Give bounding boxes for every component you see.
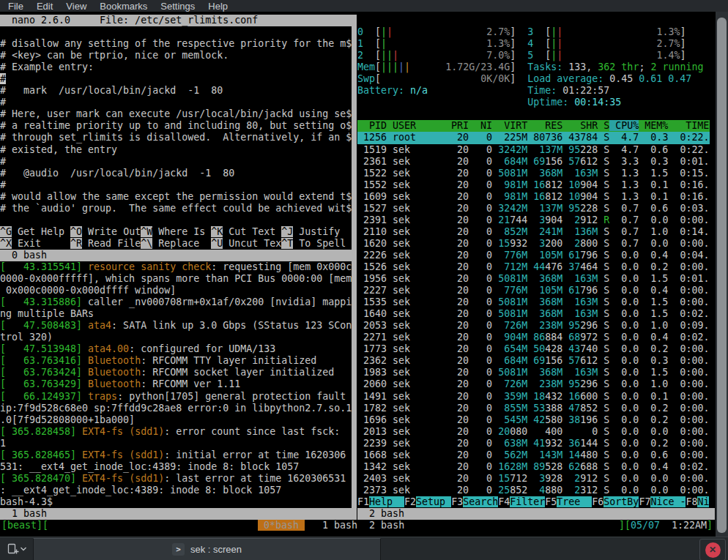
dmesg-line: [ 63.763429] Bluetooth: RFCOMM ver 1.11 — [0, 378, 352, 390]
fkey-label-filter[interactable]: Filter — [510, 496, 545, 507]
fkey-label-tree[interactable]: Tree — [557, 496, 592, 507]
screen-region-left: nano 2.6.0 File: /etc/set_rlimits.conf# … — [0, 15, 352, 520]
fkey-F7[interactable]: F7 — [639, 496, 650, 507]
process-row-1519[interactable]: 1519 sek 20 0 3242M 137M 95228 S 4.7 0.6… — [357, 144, 710, 156]
process-row-1696[interactable]: 1696 sek 20 0 545M 42580 38196 S 0.0 0.2… — [357, 414, 710, 426]
nano-shortcut-cut-text: ^K — [211, 226, 223, 237]
fkey-label-setup[interactable]: Setup — [416, 496, 451, 507]
process-row-1552[interactable]: 1552 sek 20 0 981M 16812 10904 S 1.3 0.1… — [357, 179, 710, 191]
htop-cpu-meter-row: 2 [||| 7.0%] 5 [|| 1.4%] — [357, 50, 715, 61]
nano-buffer-line: # — [0, 179, 352, 191]
fkey-label-ni[interactable]: Ni — [697, 496, 709, 507]
dmesg-line: [ 365.828470] EXT4-fs (sdd1): last error… — [0, 473, 352, 485]
hardstatus-active-window: 0*bash — [258, 520, 305, 531]
htop-uptime-row: Uptime: 00:14:35 — [357, 97, 715, 108]
nano-shortcut-get-help: ^G — [0, 226, 12, 237]
fkey-F4[interactable]: F4 — [498, 496, 510, 507]
dmesg-line: : __ext4_get_inode_loc:4389: inode 8: bl… — [0, 485, 352, 496]
htop-sort-column-cpu[interactable]: CPU% — [609, 120, 639, 131]
menu-bar: FileEditViewBookmarksSettingsHelp — [0, 0, 728, 12]
htop-swp-load-row: Swp[ 0K/0K] Load average: 0.45 0.61 0.47 — [357, 73, 715, 85]
fkey-F8[interactable]: F8 — [686, 496, 697, 507]
fkey-F3[interactable]: F3 — [451, 496, 463, 507]
scrollbar[interactable] — [716, 12, 728, 537]
new-tab-button[interactable] — [1, 538, 32, 560]
process-row-2403[interactable]: 2403 sek 20 0 15712 3928 2912 S 0.0 0.0 … — [357, 473, 710, 485]
dmesg-line: [ 365.828458] EXT4-fs (sdd1): error coun… — [0, 426, 352, 438]
dmesg-line: [ 43.315886] caller _nv000708rm+0x1af/0x… — [0, 296, 352, 308]
terminal-prompt-icon: > — [172, 543, 185, 556]
process-row-1526[interactable]: 1526 sek 20 0 712M 44476 37464 S 0.0 0.2… — [357, 261, 710, 273]
fkey-F6[interactable]: F6 — [592, 496, 603, 507]
chevron-down-icon — [20, 546, 27, 552]
process-row-2053[interactable]: 2053 sek 20 0 726M 238M 95296 S 0.0 1.0 … — [357, 320, 710, 332]
nano-buffer-line: # — [0, 73, 352, 85]
nano-shortcut-read-file: ^R — [70, 238, 82, 249]
htop-blank-line — [357, 15, 715, 26]
screen-region-htop: 0 [|| 2.7%] 3 [|| 1.3%]1 [| 1.3%] 4 [|| … — [357, 15, 715, 520]
nano-buffer-line: # would allow the same except the permis… — [0, 191, 352, 203]
screen-split-divider — [352, 15, 357, 520]
process-row-2373[interactable]: 2373 sek 20 0 25852 4880 2312 S 0.0 0.0 … — [357, 485, 710, 496]
process-row-1535[interactable]: 1535 sek 20 0 5081M 368M 163M S 0.0 1.5 … — [357, 296, 710, 308]
terminal-area: nano 2.6.0 File: /etc/set_rlimits.conf# … — [0, 12, 716, 537]
fkey-F1[interactable]: F1 — [357, 496, 369, 507]
process-row-2226[interactable]: 2226 sek 20 0 776M 105M 61796 S 0.0 0.4 … — [357, 250, 710, 261]
scrollbar-thumb[interactable] — [717, 18, 727, 533]
hardstatus-clock: ][05/07 1:22AM] — [619, 520, 713, 531]
process-row-2013[interactable]: 2013 sek 20 0 20080 400 0 S 0.0 0.0 0:00… — [357, 426, 710, 438]
process-row-1983[interactable]: 1983 sek 20 0 5081M 368M 163M S 0.0 1.5 … — [357, 367, 710, 378]
process-row-2362[interactable]: 2362 sek 20 0 684M 69156 57612 S 0.0 0.3… — [357, 355, 710, 367]
new-tab-icon — [7, 543, 20, 556]
process-row-1522[interactable]: 1522 sek 20 0 5081M 368M 163M S 1.3 1.5 … — [357, 168, 710, 179]
nano-shortcut-row: ^X Exit ^R Read File^\ Replace ^U Uncut … — [0, 238, 352, 250]
process-row-2239[interactable]: 2239 sek 20 0 638M 41932 36144 S 0.0 0.2… — [357, 438, 710, 449]
htop-battery-time-row: Battery: n/a Time: 01:22:57 — [357, 85, 715, 97]
menu-item-file[interactable]: File — [1, 1, 30, 12]
process-row-1773[interactable]: 1773 sek 20 0 654M 50428 43740 S 0.0 0.2… — [357, 343, 710, 355]
process-row-1620[interactable]: 1620 sek 20 0 15932 3200 2800 S 0.7 0.0 … — [357, 238, 710, 250]
fkey-label-nice -[interactable]: Nice - — [650, 496, 686, 507]
menu-item-help[interactable]: Help — [201, 1, 234, 12]
process-row-1609[interactable]: 1609 sek 20 0 981M 16812 10904 S 1.3 0.1… — [357, 191, 710, 203]
dmesg-line: [ 47.508483] ata4: SATA link up 3.0 Gbps… — [0, 320, 352, 332]
process-row-2271[interactable]: 2271 sek 20 0 904M 86884 68972 S 0.0 0.4… — [357, 332, 710, 343]
tab-title: sek : screen — [190, 544, 242, 555]
process-row-1668[interactable]: 1668 sek 20 0 562M 143M 14480 S 0.0 0.6 … — [357, 449, 710, 461]
process-row-1256[interactable]: 1256 root 20 0 225M 80736 43784 S 4.7 0.… — [357, 132, 710, 143]
close-button[interactable]: ✕ — [699, 539, 726, 560]
htop-cpu-meter-row: 1 [| 1.3%] 4 [|| 2.7%] — [357, 38, 715, 50]
screen-hardstatus-bar: [beast][ 0*bash 1 bash 2 bash][05/07 1:2… — [0, 520, 716, 531]
process-row-2391[interactable]: 2391 sek 20 0 21744 3904 2912 R 0.7 0.0 … — [357, 214, 710, 226]
process-row-1640[interactable]: 1640 sek 20 0 5081M 368M 163M S 0.0 1.5 … — [357, 308, 710, 320]
nano-buffer-line: # mark /usr/local/bin/jackd -1 80 — [0, 85, 352, 97]
process-row-2110[interactable]: 2110 sek 20 0 852M 241M 136M S 0.7 1.0 0… — [357, 226, 710, 238]
fkey-F5[interactable]: F5 — [545, 496, 557, 507]
process-row-2227[interactable]: 2227 sek 20 0 776M 105M 61796 S 0.0 0.4 … — [357, 285, 710, 296]
tab-sek-screen[interactable]: > sek : screen — [33, 538, 381, 560]
nano-shortcut-write-out: ^O — [70, 226, 82, 237]
menu-item-bookmarks[interactable]: Bookmarks — [93, 1, 154, 12]
menu-item-view[interactable]: View — [59, 1, 93, 12]
dmesg-line: 531: __ext4_get_inode_loc:4389: inode 8:… — [0, 461, 352, 473]
process-row-2060[interactable]: 2060 sek 20 0 726M 238M 95296 S 0.0 1.0 … — [357, 378, 710, 390]
htop-function-key-bar: F1Help F2Setup F3SearchF4FilterF5Tree F6… — [357, 496, 715, 508]
menu-item-settings[interactable]: Settings — [154, 1, 201, 12]
fkey-label-sortby[interactable]: SortBy — [603, 496, 639, 507]
process-row-1956[interactable]: 1956 sek 20 0 5081M 368M 163M S 0.0 1.5 … — [357, 273, 710, 285]
process-row-1491[interactable]: 1491 sek 20 0 359M 18432 16600 S 0.0 0.1… — [357, 391, 710, 403]
fkey-F2[interactable]: F2 — [404, 496, 416, 507]
process-row-2361[interactable]: 2361 sek 20 0 684M 69156 57612 S 3.3 0.3… — [357, 156, 710, 168]
fkey-label-search[interactable]: Search — [463, 496, 498, 507]
process-row-1342[interactable]: 1342 sek 20 0 1628M 89528 62688 S 0.0 0.… — [357, 461, 710, 473]
tab-bar: > sek : screen ✕ — [0, 537, 728, 560]
dmesg-line: [ 63.763424] Bluetooth: RFCOMM socket la… — [0, 367, 352, 378]
process-row-1527[interactable]: 1527 sek 20 0 3242M 137M 95228 S 0.7 0.6… — [357, 203, 710, 214]
menu-item-edit[interactable]: Edit — [30, 1, 59, 12]
fkey-label-help[interactable]: Help — [369, 496, 404, 507]
dmesg-line: 0x000c0000-0x000dffff window] — [0, 285, 352, 296]
hardstatus-hostname: [beast][ — [1, 520, 48, 531]
process-row-1782[interactable]: 1782 sek 20 0 855M 53388 47852 S 0.0 0.2… — [357, 403, 710, 414]
dmesg-line: trol 320) — [0, 332, 352, 343]
nano-buffer-line: # a realtime priority up to and includin… — [0, 120, 352, 132]
